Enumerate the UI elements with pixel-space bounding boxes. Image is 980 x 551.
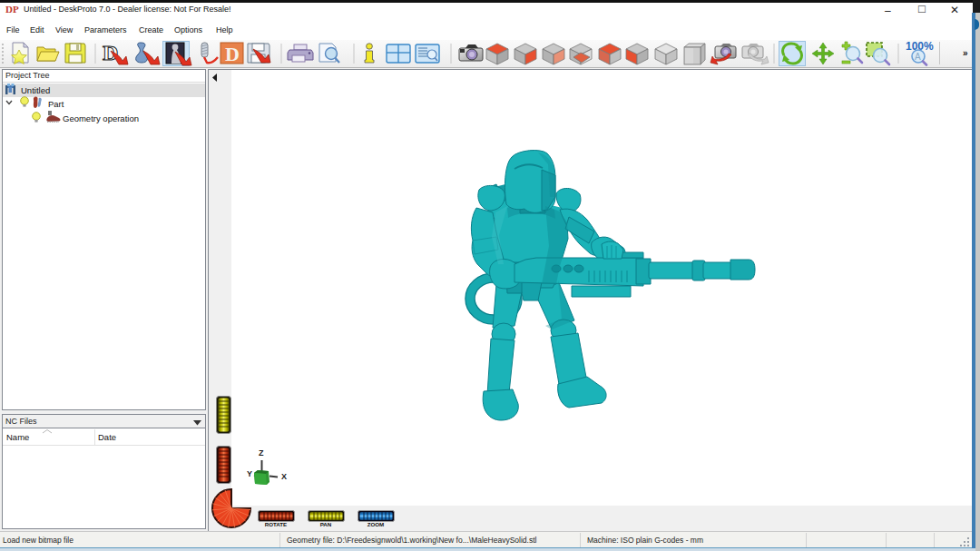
svg-text:ZOOM: ZOOM [368,521,385,527]
svg-text:ROTATE: ROTATE [265,521,288,527]
svg-text:A: A [915,52,921,62]
svg-text:D: D [225,43,240,65]
svg-text:D: D [103,41,118,64]
svg-text:PAN: PAN [320,521,332,527]
